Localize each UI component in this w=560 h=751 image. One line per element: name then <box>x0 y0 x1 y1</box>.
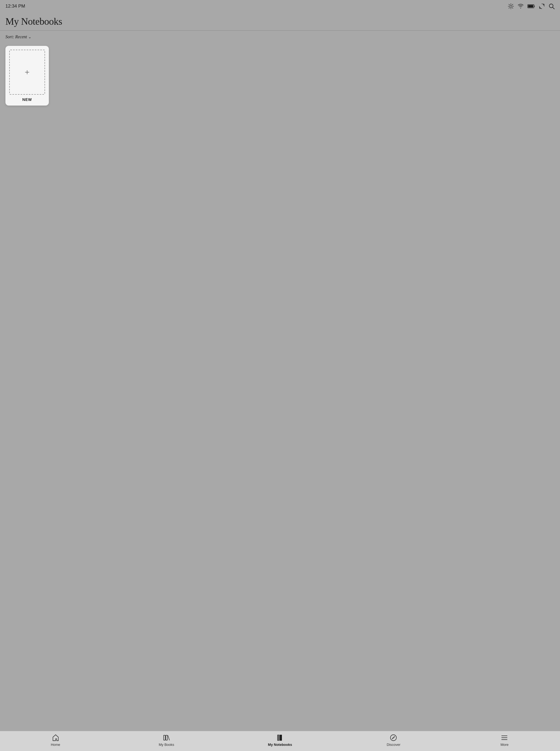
status-bar: 12:34 PM <box>0 0 560 12</box>
nav-label-more: More <box>501 743 509 747</box>
svg-rect-10 <box>528 5 534 7</box>
page-title: My Notebooks <box>5 16 555 27</box>
svg-rect-13 <box>164 735 165 740</box>
more-icon <box>501 734 508 742</box>
my-books-icon <box>163 734 171 742</box>
page-header: My Notebooks <box>0 12 560 31</box>
svg-point-0 <box>510 5 512 7</box>
nav-item-my-books[interactable]: My Books <box>157 734 176 747</box>
chevron-down-icon: ⌄ <box>28 35 32 39</box>
sort-bar: Sort: Recent ⌄ <box>0 31 560 43</box>
nav-item-more[interactable]: More <box>495 734 514 747</box>
svg-line-12 <box>553 7 554 9</box>
nav-label-home: Home <box>51 743 60 747</box>
svg-rect-16 <box>280 735 282 741</box>
svg-line-6 <box>512 7 513 8</box>
svg-rect-17 <box>278 735 279 740</box>
new-notebook-inner: + <box>9 50 45 95</box>
sort-label-text: Sort: Recent <box>5 35 27 39</box>
nav-label-my-notebooks: My Notebooks <box>268 743 292 747</box>
status-icons <box>508 3 555 9</box>
svg-point-18 <box>391 735 396 741</box>
nav-label-my-books: My Books <box>159 743 174 747</box>
nav-item-my-notebooks[interactable]: My Notebooks <box>268 734 292 747</box>
nav-item-discover[interactable]: Discover <box>384 734 403 747</box>
svg-line-5 <box>509 4 509 5</box>
nav-item-home[interactable]: Home <box>46 734 65 747</box>
search-icon[interactable] <box>548 3 555 9</box>
wifi-icon <box>518 4 524 9</box>
sort-button[interactable]: Sort: Recent ⌄ <box>5 35 32 39</box>
new-notebook-label: NEW <box>22 97 32 102</box>
status-time: 12:34 PM <box>5 3 25 9</box>
home-icon <box>52 734 59 742</box>
new-notebook-card[interactable]: + NEW <box>5 46 49 105</box>
battery-icon <box>527 4 535 8</box>
plus-icon: + <box>25 68 29 77</box>
sync-icon <box>539 3 545 9</box>
discover-icon <box>389 734 397 742</box>
brightness-icon <box>508 3 514 9</box>
bottom-nav: Home My Books My Notebooks <box>0 731 560 751</box>
svg-line-7 <box>512 4 513 5</box>
svg-line-8 <box>509 7 509 8</box>
nav-label-discover: Discover <box>387 743 400 747</box>
my-notebooks-icon <box>276 734 284 742</box>
notebooks-grid: + NEW <box>0 43 560 731</box>
svg-rect-14 <box>166 735 167 740</box>
